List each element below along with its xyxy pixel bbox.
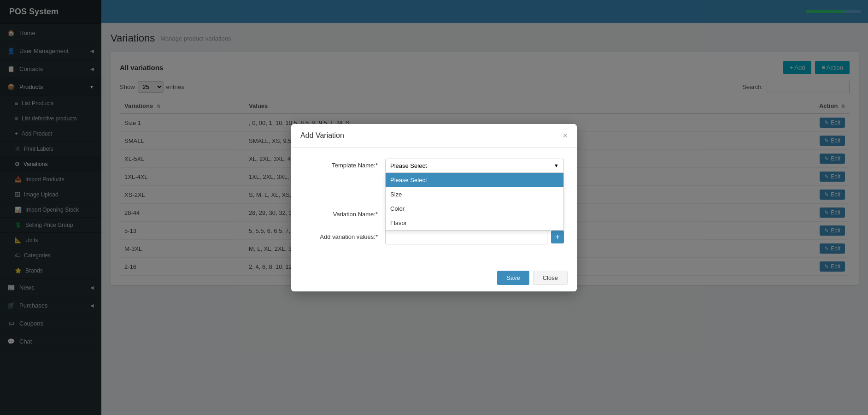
dropdown-option-size[interactable]: Size [386,187,563,202]
close-modal-button[interactable]: Close [533,271,568,285]
add-value-button[interactable]: + [551,231,564,243]
add-variation-modal: Add Variation × Template Name:* Please S… [291,124,577,291]
template-dropdown: Please Select Size Color Flavor [385,173,564,231]
add-values-row: Add variation values:* + [304,230,564,244]
add-values-input-row: + [385,230,564,244]
template-selected-value: Please Select [390,162,427,169]
template-name-select[interactable]: Please Select ▼ [385,159,564,173]
save-button[interactable]: Save [497,271,529,285]
variation-name-label: Variation Name:* [304,208,378,218]
modal-close-button[interactable]: × [563,131,568,140]
add-values-label: Add variation values:* [304,230,378,240]
template-name-label: Template Name:* [304,159,378,169]
modal-title: Add Variation [300,131,344,140]
template-name-row: Template Name:* Please Select ▼ Please S… [304,159,564,173]
dropdown-option-flavor[interactable]: Flavor [386,216,563,230]
add-values-wrapper: + [385,230,564,244]
template-name-wrapper: Please Select ▼ Please Select Size Color… [385,159,564,173]
modal-header: Add Variation × [291,124,577,148]
modal-footer: Save Close [291,264,577,291]
modal-body: Template Name:* Please Select ▼ Please S… [291,148,577,264]
dropdown-option-please-select[interactable]: Please Select [386,173,563,187]
modal-overlay[interactable]: Add Variation × Template Name:* Please S… [0,0,868,415]
variation-value-input[interactable] [385,230,547,244]
chevron-down-icon: ▼ [554,163,559,168]
dropdown-option-color[interactable]: Color [386,202,563,216]
